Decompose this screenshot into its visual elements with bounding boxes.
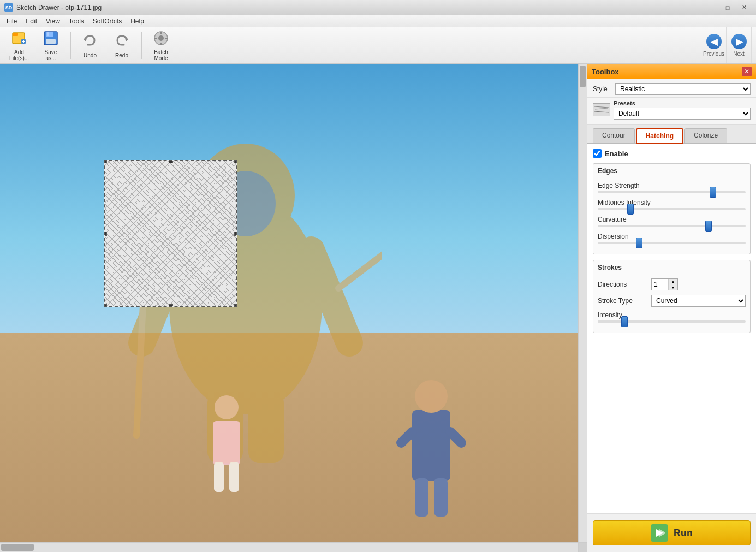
menu-tools[interactable]: Tools bbox=[64, 15, 88, 27]
edges-content: Edge Strength Midtones Intensity bbox=[593, 177, 750, 254]
directions-arrows: ▲ ▼ bbox=[668, 279, 677, 290]
vertical-scrollbar[interactable] bbox=[578, 64, 587, 542]
svg-line-23 bbox=[338, 185, 382, 288]
save-as-button[interactable]: Save as... bbox=[36, 29, 66, 61]
midtones-intensity-track[interactable] bbox=[598, 208, 746, 210]
redo-label: Redo bbox=[115, 52, 128, 58]
enable-label: Enable bbox=[605, 150, 628, 158]
menu-file[interactable]: File bbox=[2, 15, 21, 27]
curvature-track[interactable] bbox=[598, 225, 746, 227]
add-files-button[interactable]: Add File(s)... bbox=[4, 29, 34, 61]
menu-softorbits[interactable]: SoftOrbits bbox=[88, 15, 126, 27]
tab-colorize[interactable]: Colorize bbox=[684, 128, 727, 143]
midtones-intensity-thumb[interactable] bbox=[627, 204, 634, 215]
handle-mr[interactable] bbox=[234, 232, 237, 236]
strokes-section: Strokes Directions ▲ ▼ bbox=[593, 260, 751, 333]
batch-mode-icon bbox=[152, 29, 170, 47]
hscroll-thumb[interactable] bbox=[1, 544, 34, 551]
redo-button[interactable]: Redo bbox=[107, 29, 136, 61]
svg-rect-26 bbox=[412, 410, 450, 481]
dispersion-track[interactable] bbox=[598, 242, 746, 244]
handle-bm[interactable] bbox=[169, 304, 173, 307]
edges-section: Edges Edge Strength Midtones Intensity bbox=[593, 163, 751, 254]
menu-help[interactable]: Help bbox=[126, 15, 148, 27]
tab-content-hatching: Enable Edges Edge Strength bbox=[587, 143, 756, 513]
presets-select[interactable]: Default Custom 1 bbox=[614, 108, 751, 120]
stroke-intensity-track[interactable] bbox=[598, 320, 746, 323]
batch-mode-label: Batch Mode bbox=[154, 49, 168, 61]
svg-line-28 bbox=[401, 432, 412, 443]
toolbox-close-button[interactable]: ✕ bbox=[742, 67, 752, 76]
svg-rect-31 bbox=[434, 478, 448, 517]
svg-rect-7 bbox=[47, 32, 49, 36]
stroke-intensity-label: Intensity bbox=[598, 311, 746, 319]
strokes-title: Strokes bbox=[593, 260, 750, 274]
directions-number-input[interactable] bbox=[652, 279, 668, 290]
sketch-overlay[interactable] bbox=[104, 160, 237, 307]
handle-br[interactable] bbox=[234, 304, 237, 307]
undo-button[interactable]: Undo bbox=[75, 29, 105, 61]
horizontal-scrollbar[interactable] bbox=[0, 542, 578, 552]
title-bar-left: SD Sketch Drawer - otp-1711.jpg bbox=[4, 3, 102, 12]
batch-mode-button[interactable]: Batch Mode bbox=[146, 29, 176, 61]
handle-bl[interactable] bbox=[104, 304, 107, 307]
add-files-icon bbox=[10, 29, 28, 47]
strokes-content: Directions ▲ ▼ Stroke Type bbox=[593, 274, 750, 333]
previous-button[interactable]: ◀ Previous bbox=[701, 27, 727, 63]
handle-ml[interactable] bbox=[104, 232, 107, 236]
directions-row: Directions ▲ ▼ bbox=[598, 278, 746, 290]
svg-rect-30 bbox=[415, 478, 428, 517]
edge-strength-thumb[interactable] bbox=[710, 187, 716, 198]
edge-strength-track[interactable] bbox=[598, 191, 746, 193]
person-figure bbox=[396, 366, 467, 519]
stroke-intensity-thumb[interactable] bbox=[621, 316, 628, 327]
undo-icon bbox=[81, 33, 99, 50]
presets-preview-icon bbox=[593, 103, 610, 116]
dispersion-fill bbox=[598, 242, 639, 244]
curvature-fill bbox=[598, 225, 709, 227]
stroke-intensity-fill bbox=[598, 320, 624, 323]
canvas-area[interactable] bbox=[0, 64, 587, 552]
stroke-type-row: Stroke Type Curved Straight Wavy bbox=[598, 295, 746, 307]
scroll-corner bbox=[578, 542, 587, 552]
redo-icon bbox=[113, 33, 130, 50]
window-controls: ─ □ ✕ bbox=[704, 2, 752, 14]
svg-rect-1 bbox=[13, 33, 18, 36]
directions-up-arrow[interactable]: ▲ bbox=[669, 279, 677, 284]
app-icon: SD bbox=[4, 3, 13, 12]
curvature-thumb[interactable] bbox=[705, 221, 712, 232]
run-button[interactable]: Run bbox=[593, 520, 751, 545]
edge-strength-fill bbox=[598, 191, 713, 193]
toolbox-title: Toolbox bbox=[592, 68, 619, 76]
sketch-content bbox=[105, 161, 236, 306]
edge-strength-row: Edge Strength bbox=[598, 182, 746, 193]
add-files-label: Add File(s)... bbox=[9, 49, 29, 61]
style-row: Style Realistic Pencil Charcoal bbox=[587, 79, 756, 98]
save-as-label: Save as... bbox=[45, 49, 57, 61]
dispersion-thumb[interactable] bbox=[636, 238, 642, 248]
svg-point-27 bbox=[415, 380, 448, 413]
menu-view[interactable]: View bbox=[41, 15, 64, 27]
directions-input[interactable]: ▲ ▼ bbox=[651, 278, 678, 290]
svg-marker-41 bbox=[659, 529, 665, 537]
maximize-button[interactable]: □ bbox=[720, 2, 735, 14]
stroke-type-select[interactable]: Curved Straight Wavy bbox=[651, 295, 746, 307]
minimize-button[interactable]: ─ bbox=[704, 2, 719, 14]
svg-rect-6 bbox=[46, 32, 53, 37]
toolbar: Add File(s)... Save as... Undo bbox=[0, 27, 756, 64]
previous-arrow-icon: ◀ bbox=[706, 34, 722, 49]
directions-down-arrow[interactable]: ▼ bbox=[669, 284, 677, 290]
handle-tm[interactable] bbox=[169, 160, 173, 163]
menu-edit[interactable]: Edit bbox=[21, 15, 41, 27]
handle-tr[interactable] bbox=[234, 160, 237, 163]
tab-hatching[interactable]: Hatching bbox=[636, 128, 683, 144]
close-button[interactable]: ✕ bbox=[736, 2, 752, 14]
next-button[interactable]: ▶ Next bbox=[727, 27, 752, 63]
main-layout: Toolbox ✕ Style Realistic Pencil Charcoa… bbox=[0, 64, 756, 552]
right-panel: Toolbox ✕ Style Realistic Pencil Charcoa… bbox=[587, 64, 756, 552]
enable-checkbox[interactable] bbox=[593, 149, 602, 158]
tab-contour[interactable]: Contour bbox=[593, 128, 635, 143]
vscroll-thumb[interactable] bbox=[580, 66, 586, 87]
style-select[interactable]: Realistic Pencil Charcoal bbox=[615, 83, 751, 95]
handle-tl[interactable] bbox=[104, 160, 107, 163]
